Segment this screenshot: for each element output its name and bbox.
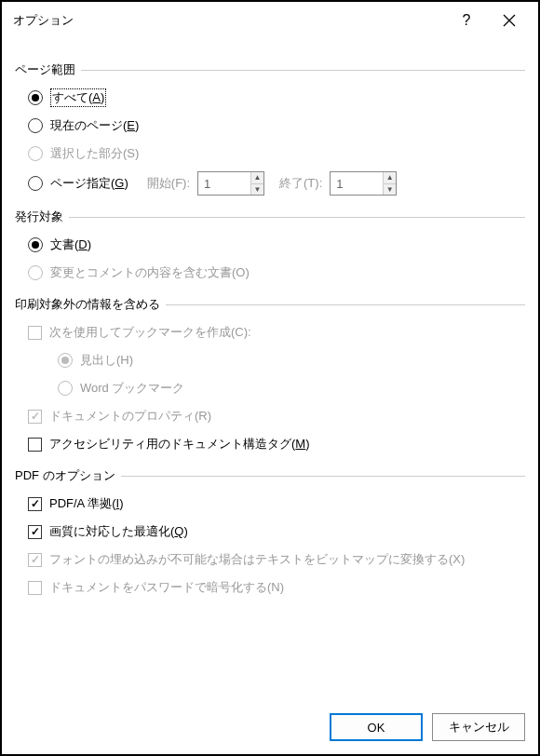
check-encrypt: ドキュメントをパスワードで暗号化する(N) [28, 577, 525, 598]
radio-icon [28, 237, 43, 252]
radio-icon [28, 118, 43, 133]
check-properties-label: ドキュメントのプロパティ(R) [49, 408, 211, 425]
checkbox-icon [28, 553, 42, 567]
radio-pages-row: ページ指定(G) 開始(F): ▲ ▼ 終了(T): ▲ ▼ [28, 171, 525, 196]
check-pdfa-label: PDF/A 準拠(I) [49, 495, 123, 512]
radio-word-bookmarks: Word ブックマーク [58, 378, 525, 398]
radio-pages[interactable] [28, 176, 43, 191]
radio-markup-label: 変更とコメントの内容を含む文書(O) [50, 264, 250, 281]
ok-button[interactable]: OK [330, 713, 423, 741]
radio-headings-label: 見出し(H) [80, 352, 133, 369]
check-bookmarks-label: 次を使用してブックマークを作成(C): [49, 324, 251, 341]
checkbox-icon [28, 438, 42, 452]
to-label: 終了(T): [279, 175, 322, 192]
help-button[interactable]: ? [445, 7, 488, 34]
radio-document-label: 文書(D) [50, 236, 91, 253]
to-spinner[interactable]: ▲ ▼ [330, 171, 397, 196]
check-bitmap-label: フォントの埋め込みが不可能な場合はテキストをビットマップに変換する(X) [49, 551, 465, 568]
close-button[interactable] [488, 7, 531, 34]
radio-wordbm-label: Word ブックマーク [80, 380, 184, 397]
from-label: 開始(F): [147, 175, 190, 192]
radio-icon [58, 353, 73, 368]
radio-headings: 見出し(H) [58, 350, 525, 371]
checkbox-icon [28, 497, 42, 511]
check-optimize[interactable]: 画質に対応した最適化(Q) [28, 521, 525, 542]
spinner-up-icon[interactable]: ▲ [384, 172, 396, 184]
checkbox-icon [28, 525, 42, 539]
window-title: オプション [13, 12, 445, 29]
group-pdf-label: PDF のオプション [15, 467, 525, 484]
group-page-range-label: ページ範囲 [15, 61, 525, 78]
radio-icon [58, 381, 73, 396]
checkbox-icon [28, 326, 42, 340]
checkbox-icon [28, 581, 42, 595]
radio-selection-label: 選択した部分(S) [50, 145, 139, 162]
dialog-footer: OK キャンセル [2, 702, 538, 754]
from-spinner[interactable]: ▲ ▼ [197, 171, 264, 196]
radio-icon [28, 146, 43, 161]
radio-markup: 変更とコメントの内容を含む文書(O) [28, 263, 525, 283]
check-optimize-label: 画質に対応した最適化(Q) [49, 523, 188, 540]
group-publish-label: 発行対象 [15, 209, 525, 225]
spinner-down-icon[interactable]: ▼ [384, 184, 396, 196]
radio-current-label: 現在のページ(E) [50, 117, 139, 134]
dialog-content: ページ範囲 すべて(A) 現在のページ(E) 選択した部分(S) ページ指定(G… [2, 39, 538, 702]
to-input[interactable] [331, 172, 383, 195]
check-pdfa[interactable]: PDF/A 準拠(I) [28, 493, 525, 514]
check-properties: ドキュメントのプロパティ(R) [28, 406, 525, 426]
check-encrypt-label: ドキュメントをパスワードで暗号化する(N) [49, 579, 284, 596]
close-icon [503, 14, 516, 27]
radio-pages-label: ページ指定(G) [50, 175, 128, 192]
from-input[interactable] [198, 172, 250, 195]
spinner-down-icon[interactable]: ▼ [251, 184, 263, 196]
spinner-up-icon[interactable]: ▲ [251, 172, 263, 184]
check-tags-label: アクセシビリティ用のドキュメント構造タグ(M) [49, 436, 310, 452]
check-bitmap: フォントの埋め込みが不可能な場合はテキストをビットマップに変換する(X) [28, 549, 525, 570]
radio-document[interactable]: 文書(D) [28, 235, 525, 255]
radio-current-page[interactable]: 現在のページ(E) [28, 115, 525, 136]
group-nonprint-label: 印刷対象外の情報を含める [15, 296, 525, 313]
radio-all[interactable]: すべて(A) [28, 88, 525, 108]
radio-icon [28, 265, 43, 280]
radio-selection: 選択した部分(S) [28, 143, 525, 164]
radio-icon [28, 90, 43, 105]
checkbox-icon [28, 410, 42, 424]
radio-all-label: すべて(A) [50, 88, 106, 107]
check-bookmarks: 次を使用してブックマークを作成(C): [28, 322, 525, 343]
cancel-button[interactable]: キャンセル [432, 713, 525, 741]
title-bar: オプション ? [2, 2, 538, 39]
check-tags[interactable]: アクセシビリティ用のドキュメント構造タグ(M) [28, 434, 525, 454]
